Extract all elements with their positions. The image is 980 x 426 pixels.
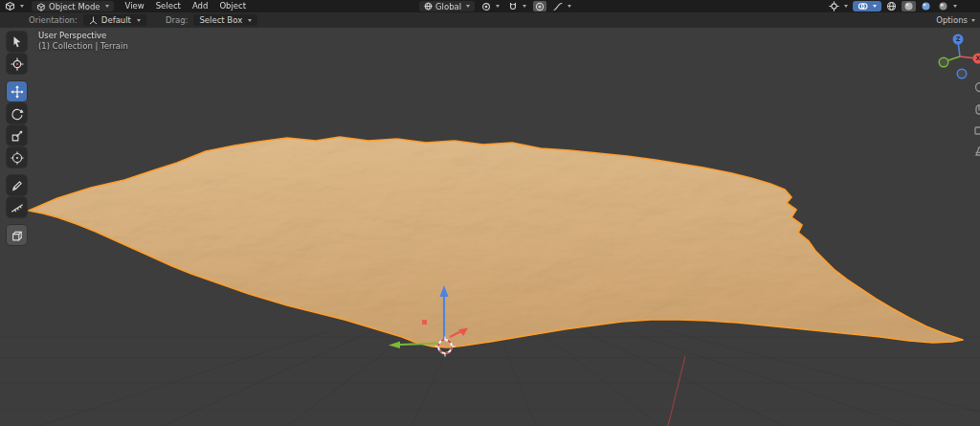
move-gizmo-y-axis[interactable] (400, 344, 438, 346)
camera-view-icon[interactable] (973, 123, 980, 138)
options-label: Options (936, 15, 968, 25)
rotate-arc-icon (11, 107, 24, 121)
pivot-icon (481, 2, 491, 11)
gizmo-axis-x-label: X (975, 55, 980, 62)
editor-type-button[interactable] (3, 1, 26, 11)
chevron-down-icon (496, 5, 500, 8)
floor-grid (0, 330, 980, 426)
scale-box-icon (11, 129, 24, 143)
gizmo-toggle-icon (829, 1, 839, 11)
show-overlays-button[interactable] (853, 1, 881, 11)
ruler-icon (11, 201, 24, 214)
gizmo-axis-y-negative[interactable] (939, 57, 948, 67)
chevron-down-icon (466, 5, 470, 8)
viewport-3d[interactable]: User Perspective (1) Collection | Terrai… (0, 28, 980, 426)
show-gizmo-button[interactable] (827, 1, 850, 11)
tool-cursor[interactable] (7, 54, 27, 74)
chevron-down-icon (568, 5, 571, 8)
orientation-value: Global (435, 2, 461, 11)
tool-scale[interactable] (7, 125, 27, 146)
gizmo-axis-z-negative[interactable] (957, 69, 967, 78)
move-view-icon[interactable] (973, 101, 980, 117)
options-button[interactable]: Options (936, 15, 980, 25)
pivot-point-select[interactable] (479, 1, 501, 11)
proportional-editing-button[interactable] (533, 1, 546, 11)
perspective-toggle-icon[interactable] (973, 144, 980, 159)
menu-view[interactable]: View (120, 0, 150, 12)
chevron-down-icon (971, 19, 975, 22)
mode-select[interactable]: Object Mode (32, 1, 114, 11)
snap-button[interactable] (506, 1, 528, 11)
globe-icon (424, 2, 433, 11)
terrain-object[interactable] (29, 137, 963, 348)
overlays-icon (858, 1, 868, 11)
editor-type-icon (5, 1, 15, 11)
orientation-select[interactable]: Default (83, 14, 146, 26)
menu-add[interactable]: Add (187, 0, 213, 12)
drag-label: Drag: (166, 15, 189, 25)
transform-orientation-select[interactable]: Global (419, 1, 475, 11)
transform-gizmo-icon (11, 151, 24, 165)
chevron-down-icon (873, 5, 877, 8)
chevron-down-icon (105, 5, 109, 8)
viewport-overlay-text: User Perspective (1) Collection | Terrai… (38, 31, 128, 52)
axis-gizmo-icon (89, 16, 98, 25)
proportional-falloff-select[interactable] (551, 1, 573, 11)
3d-cursor-icon (11, 57, 24, 71)
add-cube-icon (11, 229, 24, 242)
menu-object[interactable]: Object (213, 0, 252, 12)
tool-transform[interactable] (7, 147, 27, 168)
pencil-icon (11, 179, 24, 192)
tool-settings-bar: Orientation: Default Drag: Select Box Op… (0, 12, 980, 28)
navigation-gizmo[interactable]: Z X (938, 31, 980, 80)
terrain-sand-texture (29, 137, 963, 348)
chevron-down-icon (20, 5, 24, 8)
header-left-group: Object Mode View Select Add Object (0, 0, 252, 12)
tool-annotate[interactable] (7, 175, 27, 195)
zoom-icon[interactable] (973, 80, 980, 96)
drag-select[interactable]: Select Box (193, 14, 257, 26)
menu-bar: View Select Add Object (120, 0, 253, 12)
chevron-down-icon (137, 19, 141, 22)
view-controls (973, 80, 980, 159)
tool-move[interactable] (7, 81, 27, 101)
move-gizmo-y-arrowhead[interactable] (389, 342, 400, 349)
shading-solid-button[interactable] (902, 1, 916, 11)
shading-material-icon (921, 1, 931, 11)
tool-add-cube[interactable] (7, 225, 27, 245)
shading-wireframe-button[interactable] (884, 1, 899, 11)
scene-canvas[interactable] (0, 28, 980, 426)
shading-solid-icon (903, 1, 914, 11)
proportional-icon (535, 2, 545, 11)
menu-select[interactable]: Select (150, 0, 187, 12)
orientation-label: Orientation: (29, 15, 78, 25)
shading-rendered-button[interactable] (936, 1, 959, 11)
breadcrumb: (1) Collection | Terrain (38, 41, 128, 52)
move-arrows-icon (11, 85, 24, 99)
header-center-group: Global (419, 0, 573, 12)
cursor-arrow-icon (11, 35, 24, 49)
move-gizmo-plane-handle[interactable] (422, 320, 427, 325)
chevron-down-icon (523, 5, 526, 8)
header-right-group (827, 1, 980, 11)
tool-measure[interactable] (7, 197, 27, 217)
view-perspective-label: User Perspective (38, 31, 128, 41)
magnet-icon (508, 2, 518, 11)
chevron-down-icon (248, 19, 252, 22)
tool-select-box[interactable] (7, 32, 27, 52)
shading-material-button[interactable] (919, 1, 933, 11)
gizmo-axis-z-label: Z (956, 35, 961, 43)
blender-window: Object Mode View Select Add Object Globa… (0, 0, 980, 426)
shading-rendered-icon (938, 1, 948, 11)
mode-select-label: Object Mode (49, 2, 100, 11)
shading-wireframe-icon (886, 1, 897, 11)
chevron-down-icon (953, 5, 957, 8)
tool-shelf (7, 32, 27, 245)
orientation-select-value: Default (101, 15, 131, 25)
falloff-icon (553, 2, 563, 11)
chevron-down-icon (844, 5, 848, 8)
tool-rotate[interactable] (7, 103, 27, 123)
drag-select-value: Select Box (199, 15, 242, 25)
viewport-header: Object Mode View Select Add Object Globa… (0, 0, 980, 12)
mode-cube-icon (36, 2, 46, 11)
